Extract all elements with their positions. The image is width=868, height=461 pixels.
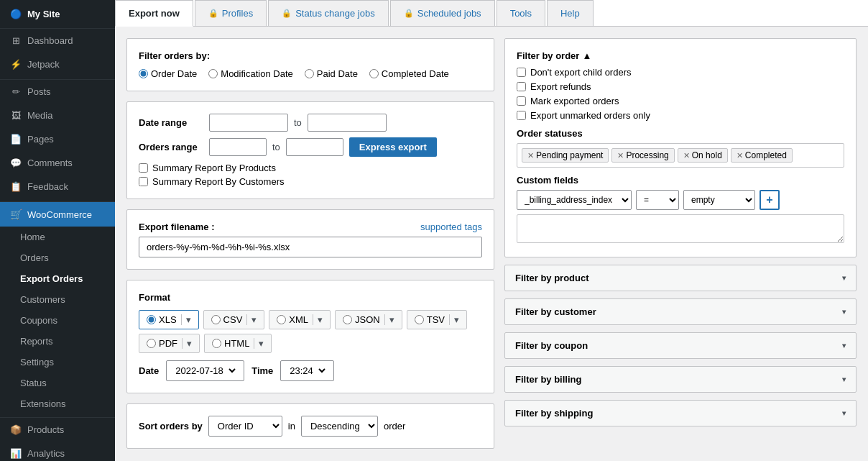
sidebar-item-pages[interactable]: 📄 Pages	[0, 127, 115, 151]
custom-field-textarea[interactable]	[517, 214, 844, 243]
remove-completed-icon[interactable]: ✕	[737, 151, 743, 160]
sidebar-sub-customers[interactable]: Customers	[0, 289, 115, 310]
filter-by-order-title[interactable]: Filter by order ▲	[517, 50, 844, 61]
custom-field-operator-select[interactable]: = != > <	[636, 190, 679, 210]
comments-icon: 💬	[10, 158, 22, 168]
csv-dropdown-icon[interactable]: ▾	[246, 314, 257, 325]
orders-range-label: Orders range	[139, 142, 203, 152]
date-range-to-input[interactable]	[308, 114, 387, 132]
express-export-button[interactable]: Express export	[349, 137, 437, 157]
mark-exported-row[interactable]: Mark exported orders	[517, 96, 844, 106]
site-name: My Site	[27, 9, 60, 19]
sidebar-item-comments[interactable]: 💬 Comments	[0, 151, 115, 175]
sort-by-select[interactable]: Order ID Order Date Customer Total	[208, 416, 282, 437]
format-tsv-btn[interactable]: TSV ▾	[407, 310, 467, 329]
sort-in-label: in	[288, 421, 295, 432]
sidebar-sub-coupons[interactable]: Coupons	[0, 310, 115, 331]
export-unmarked-checkbox[interactable]	[517, 111, 526, 120]
supported-tags-link[interactable]: supported tags	[420, 222, 482, 232]
status-tag-pending[interactable]: ✕ Pending payment	[522, 148, 609, 163]
export-refunds-label: Export refunds	[530, 81, 591, 92]
sidebar-sub-export-orders[interactable]: Export Orders	[0, 268, 115, 289]
format-json-btn[interactable]: JSON ▾	[335, 310, 402, 329]
status-tag-on-hold[interactable]: ✕ On hold	[678, 148, 728, 163]
time-select-input[interactable]: 23:24	[287, 365, 328, 377]
tab-tools[interactable]: Tools	[497, 0, 545, 26]
filter-by-shipping[interactable]: Filter by shipping ▾	[504, 400, 857, 426]
format-csv-btn[interactable]: CSV ▾	[203, 310, 265, 329]
sidebar-item-dashboard[interactable]: ⊞ Dashboard	[0, 29, 115, 53]
sidebar-sub-settings[interactable]: Settings	[0, 352, 115, 373]
remove-pending-icon[interactable]: ✕	[527, 151, 534, 160]
left-panel: Filter orders by: Order Date Modificatio…	[126, 38, 494, 449]
sidebar-item-woocommerce[interactable]: 🛒 WooCommerce	[0, 202, 115, 227]
filter-by-product[interactable]: Filter by product ▾	[504, 265, 857, 291]
remove-processing-icon[interactable]: ✕	[617, 151, 624, 160]
date-range-from[interactable]	[209, 114, 288, 132]
format-pdf-btn[interactable]: PDF ▾	[139, 334, 200, 353]
pdf-dropdown-icon[interactable]: ▾	[182, 338, 192, 349]
tab-status-change-label: Status change jobs	[295, 8, 375, 19]
sidebar-item-products[interactable]: 📦 Products	[0, 418, 115, 442]
sidebar-item-posts[interactable]: ✏ Posts	[0, 80, 115, 104]
radio-order-date[interactable]: Order Date	[139, 68, 197, 79]
custom-field-add-button[interactable]: +	[760, 190, 780, 210]
html-dropdown-icon[interactable]: ▾	[254, 338, 264, 349]
format-card: Format XLS ▾ CSV ▾ XML ▾	[126, 280, 494, 393]
filter-by-customer[interactable]: Filter by customer ▾	[504, 298, 857, 325]
status-tag-processing-label: Processing	[626, 150, 668, 160]
orders-range-to-input[interactable]	[286, 138, 343, 156]
custom-field-condition-select[interactable]: empty not empty equals contains	[683, 190, 755, 210]
sidebar-item-jetpack[interactable]: ⚡ Jetpack	[0, 53, 115, 76]
orders-range-from[interactable]	[209, 138, 267, 156]
radio-modification-date[interactable]: Modification Date	[208, 68, 292, 79]
radio-completed-date[interactable]: Completed Date	[369, 68, 449, 79]
tsv-dropdown-icon[interactable]: ▾	[449, 314, 459, 325]
sidebar-item-analytics[interactable]: 📊 Analytics	[0, 442, 115, 461]
xls-dropdown-icon[interactable]: ▾	[181, 314, 191, 325]
date-select[interactable]: 2022-07-18	[166, 360, 244, 381]
date-select-input[interactable]: 2022-07-18	[172, 365, 238, 377]
tab-export-now[interactable]: Export now	[115, 0, 193, 27]
tab-help[interactable]: Help	[547, 0, 594, 26]
tab-scheduled-jobs[interactable]: 🔒 Scheduled jobs	[390, 0, 495, 26]
radio-paid-date[interactable]: Paid Date	[305, 68, 358, 79]
sidebar-sub-home[interactable]: Home	[0, 227, 115, 247]
export-unmarked-row[interactable]: Export unmarked orders only	[517, 110, 844, 121]
no-child-checkbox[interactable]	[517, 68, 526, 77]
filter-by-billing[interactable]: Filter by billing ▾	[504, 366, 857, 393]
custom-field-name-select[interactable]: _billing_address_index	[517, 190, 632, 210]
format-xml-btn[interactable]: XML ▾	[269, 310, 331, 329]
xml-dropdown-icon[interactable]: ▾	[313, 314, 323, 325]
remove-on-hold-icon[interactable]: ✕	[683, 151, 690, 160]
tab-profiles[interactable]: 🔒 Profiles	[195, 0, 267, 26]
sidebar-sub-status[interactable]: Status	[0, 373, 115, 393]
sort-order-label: order	[384, 421, 405, 432]
status-tag-processing[interactable]: ✕ Processing	[611, 148, 674, 163]
format-html-btn[interactable]: HTML ▾	[204, 334, 272, 353]
sidebar-item-media[interactable]: 🖼 Media	[0, 104, 115, 127]
filter-orders-card: Filter orders by: Order Date Modificatio…	[126, 38, 494, 91]
time-select[interactable]: 23:24	[280, 360, 334, 381]
tab-status-change-jobs[interactable]: 🔒 Status change jobs	[268, 0, 389, 26]
filter-by-coupon[interactable]: Filter by coupon ▾	[504, 332, 857, 359]
export-refunds-row[interactable]: Export refunds	[517, 81, 844, 92]
sidebar-sub-reports[interactable]: Reports	[0, 331, 115, 352]
mark-exported-label: Mark exported orders	[530, 96, 619, 106]
format-xls-btn[interactable]: XLS ▾	[139, 310, 199, 329]
filename-input[interactable]	[139, 237, 482, 257]
sidebar-sub-extensions[interactable]: Extensions	[0, 393, 115, 414]
sidebar-sub-orders[interactable]: Orders	[0, 247, 115, 268]
json-dropdown-icon[interactable]: ▾	[384, 314, 394, 325]
status-tag-completed[interactable]: ✕ Completed	[731, 148, 793, 163]
export-refunds-checkbox[interactable]	[517, 82, 526, 91]
sidebar-item-feedback[interactable]: 📋 Feedback	[0, 175, 115, 198]
datetime-row: Date 2022-07-18 Time 23:24	[139, 360, 482, 381]
summary-customers-checkbox[interactable]	[139, 177, 148, 186]
sort-direction-select[interactable]: Descending Ascending	[301, 416, 378, 437]
sidebar-item-label: Jetpack	[27, 59, 60, 70]
mark-exported-checkbox[interactable]	[517, 96, 526, 106]
sort-up-icon: ▲	[582, 50, 591, 61]
no-child-orders-row[interactable]: Don't export child orders	[517, 67, 844, 78]
summary-products-checkbox[interactable]	[139, 163, 148, 173]
